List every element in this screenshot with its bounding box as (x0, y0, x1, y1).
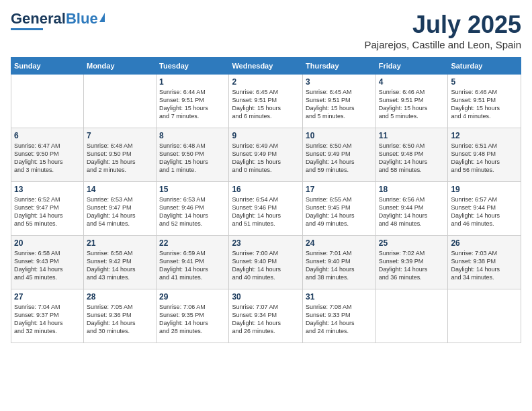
weekday-header-saturday: Saturday (448, 58, 521, 75)
day-info: Sunrise: 7:06 AM Sunset: 9:35 PM Dayligh… (159, 303, 226, 336)
day-number: 6 (14, 131, 81, 140)
day-number: 12 (451, 131, 518, 140)
day-info: Sunrise: 6:46 AM Sunset: 9:51 PM Dayligh… (379, 88, 445, 121)
calendar-cell: 9Sunrise: 6:49 AM Sunset: 9:49 PM Daylig… (229, 128, 303, 182)
day-number: 15 (159, 185, 226, 194)
logo: GeneralBlue (11, 11, 105, 30)
logo-triangle-icon (99, 13, 105, 22)
day-info: Sunrise: 7:05 AM Sunset: 9:36 PM Dayligh… (87, 303, 153, 336)
calendar-cell: 13Sunrise: 6:52 AM Sunset: 9:47 PM Dayli… (11, 182, 84, 236)
logo-text: GeneralBlue (11, 11, 98, 27)
calendar-cell: 25Sunrise: 7:02 AM Sunset: 9:39 PM Dayli… (375, 236, 448, 289)
day-info: Sunrise: 6:44 AM Sunset: 9:51 PM Dayligh… (159, 88, 226, 121)
day-info: Sunrise: 6:53 AM Sunset: 9:47 PM Dayligh… (87, 195, 153, 228)
day-info: Sunrise: 6:59 AM Sunset: 9:41 PM Dayligh… (159, 249, 226, 282)
calendar-week-4: 20Sunrise: 6:58 AM Sunset: 9:43 PM Dayli… (11, 236, 521, 289)
calendar-cell: 24Sunrise: 7:01 AM Sunset: 9:40 PM Dayli… (303, 236, 376, 289)
calendar-cell: 28Sunrise: 7:05 AM Sunset: 9:36 PM Dayli… (83, 289, 156, 343)
day-info: Sunrise: 7:07 AM Sunset: 9:34 PM Dayligh… (232, 303, 300, 336)
calendar-cell: 4Sunrise: 6:46 AM Sunset: 9:51 PM Daylig… (375, 75, 448, 128)
day-number: 13 (14, 185, 81, 194)
day-info: Sunrise: 6:48 AM Sunset: 9:50 PM Dayligh… (87, 142, 153, 175)
day-number: 27 (14, 292, 81, 302)
day-info: Sunrise: 7:02 AM Sunset: 9:39 PM Dayligh… (379, 249, 445, 282)
day-info: Sunrise: 6:55 AM Sunset: 9:45 PM Dayligh… (306, 195, 373, 228)
calendar-week-5: 27Sunrise: 7:04 AM Sunset: 9:37 PM Dayli… (11, 289, 521, 343)
calendar-body: 1Sunrise: 6:44 AM Sunset: 9:51 PM Daylig… (11, 75, 521, 343)
day-number: 14 (87, 185, 153, 194)
weekday-header-wednesday: Wednesday (229, 58, 303, 75)
calendar-cell: 22Sunrise: 6:59 AM Sunset: 9:41 PM Dayli… (157, 236, 229, 289)
calendar-cell: 29Sunrise: 7:06 AM Sunset: 9:35 PM Dayli… (157, 289, 229, 343)
calendar-cell (11, 75, 84, 128)
day-info: Sunrise: 6:57 AM Sunset: 9:44 PM Dayligh… (451, 195, 518, 228)
calendar-cell: 12Sunrise: 6:51 AM Sunset: 9:48 PM Dayli… (448, 128, 521, 182)
day-info: Sunrise: 6:48 AM Sunset: 9:50 PM Dayligh… (159, 142, 226, 175)
day-number: 20 (14, 238, 81, 248)
calendar-cell: 3Sunrise: 6:45 AM Sunset: 9:51 PM Daylig… (303, 75, 376, 128)
calendar-cell (83, 75, 156, 128)
day-number: 3 (306, 77, 373, 87)
calendar-cell: 20Sunrise: 6:58 AM Sunset: 9:43 PM Dayli… (11, 236, 84, 289)
calendar-cell: 11Sunrise: 6:50 AM Sunset: 9:48 PM Dayli… (375, 128, 448, 182)
page-header: GeneralBlue July 2025 Pajarejos, Castill… (11, 11, 521, 50)
logo-underline (11, 28, 43, 30)
calendar-cell: 16Sunrise: 6:54 AM Sunset: 9:46 PM Dayli… (229, 182, 303, 236)
calendar-cell: 2Sunrise: 6:45 AM Sunset: 9:51 PM Daylig… (229, 75, 303, 128)
weekday-header-tuesday: Tuesday (157, 58, 229, 75)
calendar-table: SundayMondayTuesdayWednesdayThursdayFrid… (11, 57, 521, 343)
day-number: 16 (232, 185, 300, 194)
day-info: Sunrise: 6:45 AM Sunset: 9:51 PM Dayligh… (306, 88, 373, 121)
day-number: 17 (306, 185, 373, 194)
day-number: 4 (379, 77, 445, 87)
calendar-cell: 26Sunrise: 7:03 AM Sunset: 9:38 PM Dayli… (448, 236, 521, 289)
calendar-cell: 21Sunrise: 6:58 AM Sunset: 9:42 PM Dayli… (83, 236, 156, 289)
calendar-cell: 8Sunrise: 6:48 AM Sunset: 9:50 PM Daylig… (157, 128, 229, 182)
calendar-cell: 1Sunrise: 6:44 AM Sunset: 9:51 PM Daylig… (157, 75, 229, 128)
calendar-cell: 30Sunrise: 7:07 AM Sunset: 9:34 PM Dayli… (229, 289, 303, 343)
calendar-cell (448, 289, 521, 343)
calendar-week-1: 1Sunrise: 6:44 AM Sunset: 9:51 PM Daylig… (11, 75, 521, 128)
calendar-week-3: 13Sunrise: 6:52 AM Sunset: 9:47 PM Dayli… (11, 182, 521, 236)
calendar-cell (375, 289, 448, 343)
day-info: Sunrise: 6:54 AM Sunset: 9:46 PM Dayligh… (232, 195, 300, 228)
calendar-cell: 7Sunrise: 6:48 AM Sunset: 9:50 PM Daylig… (83, 128, 156, 182)
day-number: 1 (159, 77, 226, 87)
day-info: Sunrise: 6:53 AM Sunset: 9:46 PM Dayligh… (159, 195, 226, 228)
day-info: Sunrise: 6:49 AM Sunset: 9:49 PM Dayligh… (232, 142, 300, 175)
day-number: 26 (451, 238, 518, 248)
day-info: Sunrise: 6:58 AM Sunset: 9:42 PM Dayligh… (87, 249, 153, 282)
day-number: 18 (379, 185, 445, 194)
day-number: 22 (159, 238, 226, 248)
day-number: 10 (306, 131, 373, 140)
day-info: Sunrise: 6:50 AM Sunset: 9:48 PM Dayligh… (379, 142, 445, 175)
day-info: Sunrise: 6:51 AM Sunset: 9:48 PM Dayligh… (451, 142, 518, 175)
day-number: 19 (451, 185, 518, 194)
day-info: Sunrise: 6:45 AM Sunset: 9:51 PM Dayligh… (232, 88, 300, 121)
weekday-header-row: SundayMondayTuesdayWednesdayThursdayFrid… (11, 58, 521, 75)
day-info: Sunrise: 7:04 AM Sunset: 9:37 PM Dayligh… (14, 303, 81, 336)
day-number: 25 (379, 238, 445, 248)
day-info: Sunrise: 6:58 AM Sunset: 9:43 PM Dayligh… (14, 249, 81, 282)
day-number: 7 (87, 131, 153, 140)
day-info: Sunrise: 6:56 AM Sunset: 9:44 PM Dayligh… (379, 195, 445, 228)
calendar-cell: 31Sunrise: 7:08 AM Sunset: 9:33 PM Dayli… (303, 289, 376, 343)
day-number: 5 (451, 77, 518, 87)
calendar-week-2: 6Sunrise: 6:47 AM Sunset: 9:50 PM Daylig… (11, 128, 521, 182)
day-number: 28 (87, 292, 153, 302)
calendar-cell: 14Sunrise: 6:53 AM Sunset: 9:47 PM Dayli… (83, 182, 156, 236)
day-info: Sunrise: 7:01 AM Sunset: 9:40 PM Dayligh… (306, 249, 373, 282)
day-number: 23 (232, 238, 300, 248)
day-number: 11 (379, 131, 445, 140)
calendar-cell: 27Sunrise: 7:04 AM Sunset: 9:37 PM Dayli… (11, 289, 84, 343)
day-number: 21 (87, 238, 153, 248)
day-info: Sunrise: 6:46 AM Sunset: 9:51 PM Dayligh… (451, 88, 518, 121)
day-number: 29 (159, 292, 226, 302)
day-number: 9 (232, 131, 300, 140)
day-number: 2 (232, 77, 300, 87)
day-number: 8 (159, 131, 226, 140)
weekday-header-friday: Friday (375, 58, 448, 75)
day-info: Sunrise: 7:00 AM Sunset: 9:40 PM Dayligh… (232, 249, 300, 282)
calendar-cell: 23Sunrise: 7:00 AM Sunset: 9:40 PM Dayli… (229, 236, 303, 289)
weekday-header-thursday: Thursday (303, 58, 376, 75)
